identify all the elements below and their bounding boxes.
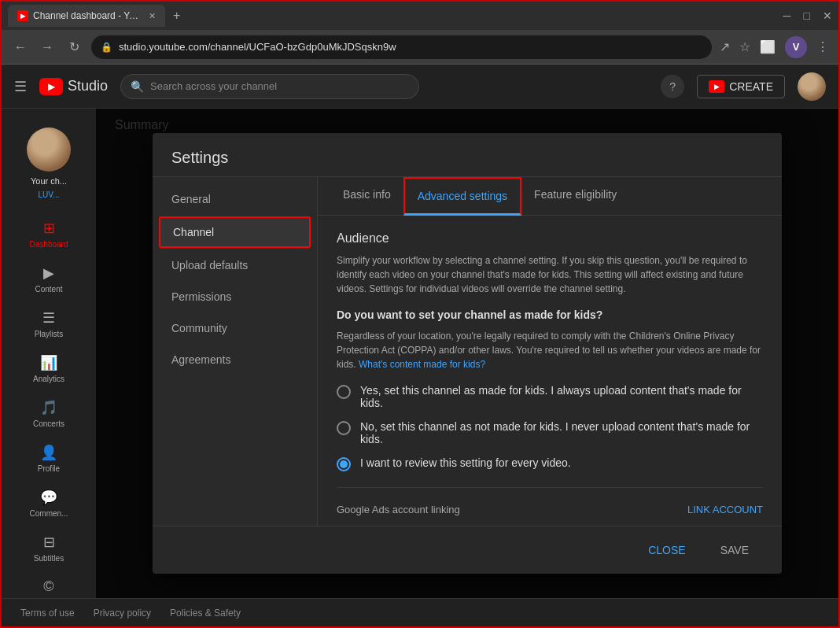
browser-tab[interactable]: ▶ Channel dashboard - YouTube S... ✕ xyxy=(8,5,165,27)
create-button[interactable]: ▶ CREATE xyxy=(697,75,785,98)
modal-footer: CLOSE SAVE xyxy=(153,526,782,574)
nav-item-agreements[interactable]: Agreements xyxy=(153,344,317,375)
radio-no-kids[interactable]: No, set this channel as not made for kid… xyxy=(337,420,763,445)
channel-avatar xyxy=(27,127,71,172)
legal-link[interactable]: What's content made for kids? xyxy=(359,359,485,370)
comments-icon: 💬 xyxy=(40,489,57,506)
ads-header: Google Ads account linking LINK ACCOUNT xyxy=(337,504,763,515)
maximize-button[interactable]: □ xyxy=(804,9,810,22)
policies-link[interactable]: Policies & Safety xyxy=(170,608,241,619)
channel-name: Your ch... xyxy=(31,176,67,186)
settings-content: Basic info Advanced settings Feature eli… xyxy=(318,177,782,526)
create-camera-icon: ▶ xyxy=(709,80,724,93)
browser-titlebar: ▶ Channel dashboard - YouTube S... ✕ + ─… xyxy=(2,2,838,30)
hamburger-menu-icon[interactable]: ☰ xyxy=(14,78,27,95)
close-button[interactable]: CLOSE xyxy=(634,537,699,563)
sidebar-label-profile: Profile xyxy=(38,464,60,473)
forward-button[interactable]: → xyxy=(38,40,57,54)
radio-review-each-circle xyxy=(337,457,351,471)
user-avatar[interactable] xyxy=(798,72,826,101)
subtitles-icon: ⊟ xyxy=(43,534,55,551)
nav-item-community[interactable]: Community xyxy=(153,312,317,344)
address-bar[interactable]: 🔒 studio.youtube.com/channel/UCFaO-bzGdp… xyxy=(91,35,712,59)
nav-item-permissions[interactable]: Permissions xyxy=(153,281,317,312)
link-account-button[interactable]: LINK ACCOUNT xyxy=(687,504,763,515)
toolbar-actions: ↗ ☆ ⬜ V ⋮ xyxy=(720,36,829,58)
sidebar-label-subtitles: Subtitles xyxy=(34,554,64,563)
new-tab-button[interactable]: + xyxy=(168,9,185,23)
terms-link[interactable]: Terms of use xyxy=(20,608,75,619)
channel-link[interactable]: LUV... xyxy=(39,190,60,199)
close-button[interactable]: ✕ xyxy=(823,9,832,22)
sidebar-item-dashboard[interactable]: ⊞ Dashboard xyxy=(2,212,96,257)
radio-no-kids-label: No, set this channel as not made for kid… xyxy=(360,420,763,445)
nav-item-channel[interactable]: Channel xyxy=(159,216,311,248)
tab-advanced-settings[interactable]: Advanced settings xyxy=(403,177,521,216)
sidebar-label-dashboard: Dashboard xyxy=(30,240,68,249)
audience-title: Audience xyxy=(337,231,763,246)
refresh-button[interactable]: ↻ xyxy=(64,39,83,54)
nav-item-general[interactable]: General xyxy=(153,183,317,215)
header-actions: ? ▶ CREATE xyxy=(661,72,826,101)
concerts-icon: 🎵 xyxy=(40,399,57,416)
radio-yes-kids[interactable]: Yes, set this channel as made for kids. … xyxy=(337,384,763,409)
share-icon[interactable]: ↗ xyxy=(720,39,730,54)
window-controls: ─ □ ✕ xyxy=(783,9,832,22)
audience-section: Audience Simplify your workflow by selec… xyxy=(337,231,763,471)
minimize-button[interactable]: ─ xyxy=(783,9,791,22)
yt-logo: Studio xyxy=(39,78,108,95)
sidebar-label-content: Content xyxy=(35,285,62,294)
nav-item-upload-defaults[interactable]: Upload defaults xyxy=(153,249,317,281)
browser-toolbar: ← → ↻ 🔒 studio.youtube.com/channel/UCFaO… xyxy=(2,30,838,65)
analytics-icon: 📊 xyxy=(40,354,57,371)
sidebar: Your ch... LUV... ⊞ Dashboard ▶ Content … xyxy=(2,109,96,598)
search-placeholder: Search across your channel xyxy=(150,80,277,92)
save-button[interactable]: SAVE xyxy=(706,537,763,563)
modal-header: Settings xyxy=(153,133,782,177)
bookmark-icon[interactable]: ☆ xyxy=(739,39,750,54)
sidebar-item-content[interactable]: ▶ Content xyxy=(2,257,96,301)
tab-close-icon[interactable]: ✕ xyxy=(149,11,156,21)
sidebar-item-subtitles[interactable]: ⊟ Subtitles xyxy=(2,526,96,571)
extensions-icon[interactable]: ⬜ xyxy=(760,39,776,54)
youtube-logo-icon xyxy=(39,78,63,95)
create-label: CREATE xyxy=(729,80,773,93)
radio-selected-dot xyxy=(340,460,348,468)
privacy-link[interactable]: Privacy policy xyxy=(94,608,151,619)
tab-title: Channel dashboard - YouTube S... xyxy=(33,10,141,21)
browser-profile[interactable]: V xyxy=(785,36,807,58)
modal-body: General Channel Upload defaults Permissi… xyxy=(153,177,782,526)
yt-header: ☰ Studio 🔍 Search across your channel ? … xyxy=(2,65,838,109)
sidebar-label-analytics: Analytics xyxy=(33,375,64,383)
channel-info: Your ch... LUV... xyxy=(2,115,96,212)
profile-icon: 👤 xyxy=(40,444,57,461)
copyright-icon: © xyxy=(43,578,53,595)
modal-overlay: Settings General Channel xyxy=(96,109,838,598)
settings-scroll-area[interactable]: Audience Simplify your workflow by selec… xyxy=(318,216,782,526)
content-icon: ▶ xyxy=(43,264,54,282)
section-divider xyxy=(337,487,763,488)
modal-title: Settings xyxy=(171,149,763,167)
help-icon: ? xyxy=(669,80,676,93)
sidebar-item-concerts[interactable]: 🎵 Concerts xyxy=(2,391,96,436)
menu-icon[interactable]: ⋮ xyxy=(816,39,829,54)
sidebar-item-profile[interactable]: 👤 Profile xyxy=(2,436,96,481)
tab-basic-info[interactable]: Basic info xyxy=(330,177,403,215)
tab-favicon: ▶ xyxy=(17,10,28,21)
sidebar-item-analytics[interactable]: 📊 Analytics xyxy=(2,346,96,391)
ads-title: Google Ads account linking xyxy=(337,504,460,515)
sidebar-item-comments[interactable]: 💬 Commen... xyxy=(2,481,96,526)
radio-yes-kids-label: Yes, set this channel as made for kids. … xyxy=(360,384,763,409)
audience-description: Simplify your workflow by selecting a ch… xyxy=(337,253,763,296)
back-button[interactable]: ← xyxy=(11,40,30,54)
sidebar-item-copyright[interactable]: © Copyright xyxy=(2,571,96,598)
radio-review-each[interactable]: I want to review this setting for every … xyxy=(337,456,763,471)
tab-feature-eligibility[interactable]: Feature eligibility xyxy=(521,177,629,215)
playlists-icon: ☰ xyxy=(42,309,55,327)
radio-review-each-label: I want to review this setting for every … xyxy=(360,456,571,469)
sidebar-item-playlists[interactable]: ☰ Playlists xyxy=(2,301,96,346)
search-bar[interactable]: 🔍 Search across your channel xyxy=(120,74,419,99)
yt-studio: ☰ Studio 🔍 Search across your channel ? … xyxy=(2,65,838,626)
sidebar-label-concerts: Concerts xyxy=(33,419,64,428)
help-button[interactable]: ? xyxy=(661,75,684,98)
